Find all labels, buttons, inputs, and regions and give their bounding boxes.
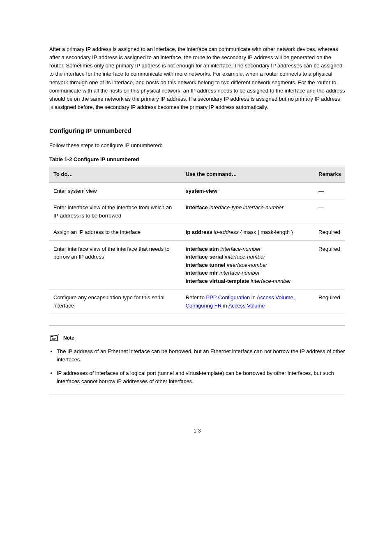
table-caption: Table 1-2 Configure IP unnumbered [49,156,345,162]
note-icon [49,333,61,342]
table-row: Configure any encapsulation type for thi… [49,289,345,314]
cell-todo: Enter system view [49,183,182,199]
cmd-rest: { mask | mask-length } [240,229,293,235]
cell-todo: Enter interface view of the interface fr… [49,199,182,224]
page-number: 1-3 [49,428,345,434]
table-header-row: To do… Use the command… Remarks [49,166,345,183]
iface-line: interface tunnel interface-number [186,261,310,269]
cmd-bold: interface [186,204,208,210]
lead-paragraph: Follow these steps to configure IP unnum… [49,141,345,150]
cell-remarks: Required [314,240,345,289]
cell-remarks: Required [314,289,345,314]
iface-line: interface mfr interface-number [186,269,310,277]
table-row: Enter system view system-view — [49,183,345,199]
cell-cmd: interface interface-type interface-numbe… [182,199,314,224]
note-block: Note The IP address of an Ethernet inter… [49,326,345,395]
link-access-volume[interactable]: Access Volume [228,303,265,309]
list-item: The IP address of an Ethernet interface … [57,347,345,364]
cell-remarks: Required [314,224,345,241]
section-heading: Configuring IP Unnumbered [49,127,345,134]
cell-todo: Assign an IP address to the interface [49,224,182,241]
table-row: Enter interface view of the interface fr… [49,199,345,224]
iface-line: interface serial interface-number [186,253,310,261]
note-list: The IP address of an Ethernet interface … [49,347,345,386]
iface-line: interface atm interface-number [186,245,310,253]
cell-todo: Enter interface view of the interface th… [49,240,182,289]
th-command: Use the command… [182,166,314,183]
cell-cmd: Refer to PPP Configuration in Access Vol… [182,289,314,314]
link-mid2: in [223,303,228,309]
link-prefix: Refer to [186,294,206,301]
cell-remarks: — [314,199,345,224]
config-table: To do… Use the command… Remarks Enter sy… [49,166,345,314]
th-remarks: Remarks [314,166,345,183]
iface-line: interface virtual-template interface-num… [186,277,310,285]
cmd-bold: system-view [186,188,217,194]
cmd-bold: ip address [186,229,212,235]
link-mid: in [251,294,257,301]
cell-todo: Configure any encapsulation type for thi… [49,289,182,314]
table-row: Enter interface view of the interface th… [49,240,345,289]
cell-cmd: system-view [182,183,314,199]
cell-cmd: interface atm interface-number interface… [182,240,314,289]
link-ppp-config[interactable]: PPP Configuration [206,294,250,301]
th-todo: To do… [49,166,182,183]
cmd-italic: interface-type interface-number [209,204,284,210]
cell-cmd: ip address ip-address { mask | mask-leng… [182,224,314,241]
cell-remarks: — [314,183,345,199]
intro-paragraph: After a primary IP address is assigned t… [49,45,345,111]
cmd-italic: ip-address [214,229,239,235]
divider [49,395,345,395]
table-row: Assign an IP address to the interface ip… [49,224,345,241]
note-label: Note [63,335,74,341]
list-item: IP addresses of interfaces of a logical … [57,369,345,386]
